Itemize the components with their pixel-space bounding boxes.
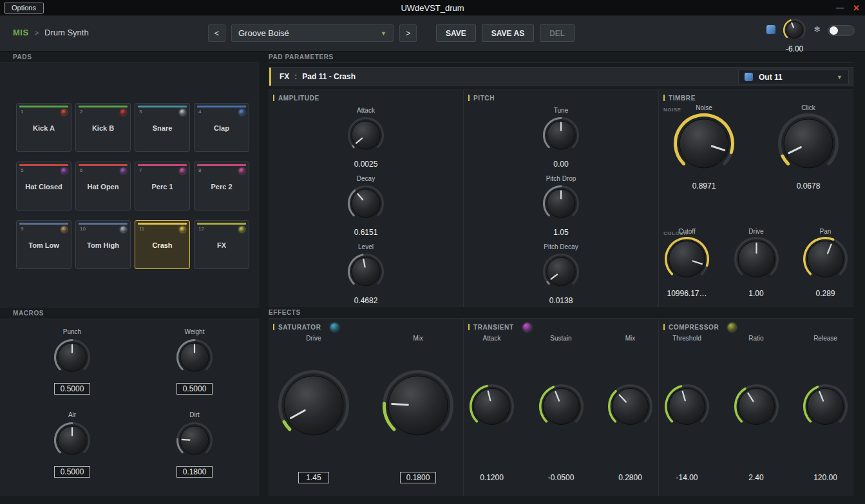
knob-dirt[interactable]: Dirt0.1800 bbox=[176, 411, 213, 478]
knob-mix[interactable]: Mix0.1800 bbox=[382, 335, 454, 483]
output-select-value: Out 11 bbox=[759, 73, 831, 82]
knob-dial[interactable] bbox=[664, 236, 710, 285]
output-select[interactable]: Out 11 ▼ bbox=[738, 70, 849, 84]
knob-dial[interactable] bbox=[542, 117, 580, 156]
knob-dial[interactable] bbox=[673, 113, 735, 177]
breadcrumb-root[interactable]: MIS bbox=[13, 28, 29, 37]
knob-level[interactable]: Level0.4682 bbox=[347, 243, 385, 305]
pad-1-kick-a[interactable]: 1Kick A bbox=[16, 103, 71, 152]
knob-value[interactable]: 0.5000 bbox=[54, 383, 91, 395]
pad-11-crash[interactable]: 11Crash bbox=[135, 220, 190, 269]
knob-dial[interactable] bbox=[783, 18, 806, 44]
pad-4-clap[interactable]: 4Clap bbox=[194, 103, 249, 152]
knob-dial[interactable] bbox=[382, 369, 454, 444]
knob-dial[interactable] bbox=[53, 339, 91, 378]
knob-value[interactable]: 0.5000 bbox=[54, 466, 91, 478]
save-button[interactable]: SAVE bbox=[436, 24, 476, 42]
knob-tune[interactable]: Tune0.00 bbox=[542, 107, 580, 169]
knob-dial[interactable] bbox=[803, 384, 848, 432]
knob-dial[interactable] bbox=[347, 185, 385, 225]
knob-dial[interactable] bbox=[538, 384, 584, 432]
knob-drive[interactable]: Drive1.45 bbox=[278, 335, 350, 483]
knob-dial[interactable] bbox=[347, 117, 385, 156]
knob-sustain[interactable]: Sustain-0.0500 bbox=[538, 335, 584, 482]
knob-dial[interactable] bbox=[278, 369, 350, 444]
knob-cutoff[interactable]: Cutoff10996.17… bbox=[664, 228, 710, 298]
pad-name: Hat Closed bbox=[17, 183, 71, 191]
pad-6-hat-open[interactable]: 6Hat Open bbox=[75, 162, 131, 210]
knob-release[interactable]: Release120.00 bbox=[803, 335, 848, 482]
pad-3-snare[interactable]: 3Snare bbox=[135, 103, 190, 152]
knob-dial[interactable] bbox=[542, 185, 580, 225]
knob-dial[interactable] bbox=[803, 236, 848, 285]
pad-color-stripe bbox=[197, 223, 246, 225]
knob-label: Mix bbox=[413, 335, 423, 342]
knob-value[interactable]: 0.1800 bbox=[176, 466, 213, 478]
knob-air[interactable]: Air0.5000 bbox=[53, 411, 91, 478]
knob-click[interactable]: Click0.0678 bbox=[777, 104, 839, 191]
knob-punch[interactable]: Punch0.5000 bbox=[53, 328, 91, 395]
knob-dial[interactable] bbox=[777, 113, 839, 177]
close-button[interactable]: ✕ bbox=[853, 3, 860, 13]
pad-5-hat-closed[interactable]: 5Hat Closed bbox=[16, 162, 71, 210]
pad-sample-icon bbox=[61, 168, 67, 174]
pad-10-tom-high[interactable]: 10Tom High bbox=[75, 220, 131, 269]
fx-header-prefix: FX bbox=[280, 72, 289, 81]
save-as-button[interactable]: SAVE AS bbox=[482, 24, 534, 42]
knob-mix[interactable]: Mix0.2800 bbox=[607, 335, 653, 482]
compressor-panel: COMPRESSOR Threshold-14.00Ratio2.40Relea… bbox=[658, 319, 853, 496]
knob-pitch-drop[interactable]: Pitch Drop1.05 bbox=[542, 175, 580, 237]
knob-threshold[interactable]: Threshold-14.00 bbox=[664, 335, 710, 482]
knob-label: Release bbox=[813, 335, 837, 342]
knob-label: Drive bbox=[306, 335, 321, 342]
minimize-button[interactable]: — bbox=[836, 3, 844, 12]
pad-9-tom-low[interactable]: 9Tom Low bbox=[16, 220, 71, 269]
pad-grid: 1Kick A2Kick B3Snare4Clap5Hat Closed6Hat… bbox=[0, 63, 260, 269]
pad-12-fx[interactable]: 12FX bbox=[194, 220, 249, 269]
pad-name: Clap bbox=[195, 124, 249, 132]
pad-2-kick-b[interactable]: 2Kick B bbox=[75, 103, 131, 152]
knob-dial[interactable] bbox=[734, 384, 779, 432]
pad-name: Tom Low bbox=[17, 241, 71, 249]
panel-title-text: COMPRESSOR bbox=[669, 324, 719, 331]
knob-dial[interactable] bbox=[607, 384, 653, 432]
knob-dial[interactable] bbox=[53, 422, 91, 462]
pad-name: Crash bbox=[135, 241, 189, 249]
preset-prev-button[interactable]: < bbox=[208, 24, 225, 42]
knob-attack[interactable]: Attack0.0025 bbox=[347, 107, 385, 169]
knob-dial[interactable] bbox=[347, 253, 385, 293]
pad-8-perc-2[interactable]: 8Perc 2 bbox=[194, 162, 249, 210]
knob-dial[interactable] bbox=[176, 422, 213, 462]
knob-dial[interactable] bbox=[542, 253, 580, 293]
knob-pitch-decay[interactable]: Pitch Decay0.0138 bbox=[542, 243, 580, 305]
knob-value[interactable]: 1.45 bbox=[298, 472, 329, 483]
knob-value[interactable]: 0.5000 bbox=[176, 383, 213, 395]
pad-sample-icon bbox=[239, 109, 245, 115]
preset-select[interactable]: Groove Boisé ▼ bbox=[231, 24, 394, 42]
knob-master-gain[interactable]: -6.00 bbox=[783, 18, 806, 53]
pad-name: Kick B bbox=[76, 124, 130, 132]
master-toggle[interactable] bbox=[828, 25, 855, 36]
preset-next-button[interactable]: > bbox=[399, 24, 417, 42]
knob-value[interactable]: 0.1800 bbox=[400, 472, 437, 483]
noise-group-label: NOISE bbox=[663, 107, 681, 113]
knob-noise[interactable]: Noise0.8971 bbox=[673, 104, 735, 191]
knob-decay[interactable]: Decay0.6151 bbox=[347, 175, 385, 237]
knob-dial[interactable] bbox=[176, 339, 213, 378]
output-routing-icon bbox=[745, 73, 753, 81]
delete-button[interactable]: DEL bbox=[540, 24, 575, 42]
knob-value: 0.4682 bbox=[354, 296, 378, 305]
snowflake-icon[interactable]: ❄ bbox=[813, 24, 821, 34]
knob-pan[interactable]: Pan0.289 bbox=[803, 228, 848, 298]
knob-dial[interactable] bbox=[469, 384, 515, 432]
keyboard-icon[interactable] bbox=[766, 25, 775, 34]
knob-attack[interactable]: Attack0.1200 bbox=[469, 335, 515, 482]
knob-dial[interactable] bbox=[664, 384, 710, 432]
pad-7-perc-1[interactable]: 7Perc 1 bbox=[135, 162, 190, 210]
knob-dial[interactable] bbox=[734, 236, 779, 285]
pad-color-stripe bbox=[138, 106, 187, 107]
knob-weight[interactable]: Weight0.5000 bbox=[176, 328, 213, 395]
knob-ratio[interactable]: Ratio2.40 bbox=[734, 335, 779, 482]
knob-drive[interactable]: Drive1.00 bbox=[734, 228, 779, 298]
options-button[interactable]: Options bbox=[4, 3, 44, 14]
